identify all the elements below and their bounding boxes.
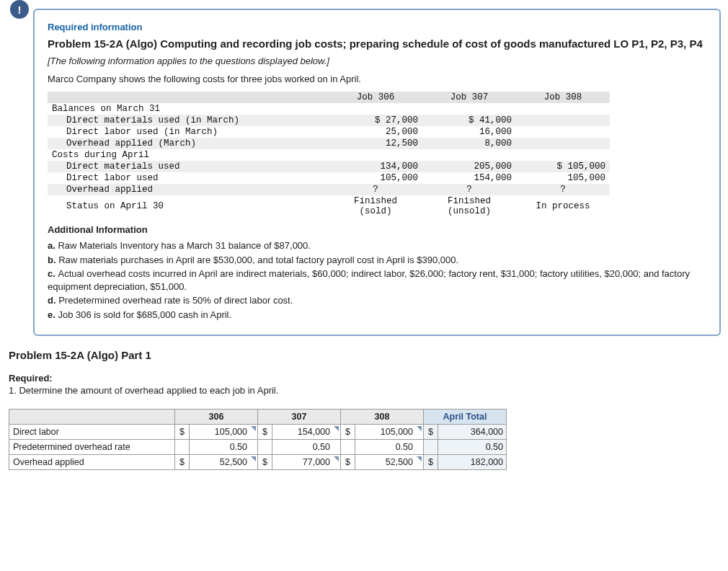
row-label: Direct materials used	[48, 161, 329, 172]
answer-input-cell[interactable]: 0.50	[272, 439, 341, 454]
row-label: Direct labor used (in March)	[48, 126, 329, 138]
row-value: 16,000	[422, 126, 516, 138]
part-title: Problem 15-2A (Algo) Part 1	[9, 349, 721, 361]
row-value: 8,000	[422, 138, 516, 149]
context-note: [The following information applies to th…	[48, 56, 706, 66]
answer-row-label[interactable]: Overhead applied	[9, 454, 175, 469]
currency-symbol: $	[258, 424, 272, 439]
list-item: a. Raw Materials Inventory has a March 3…	[48, 239, 706, 252]
row-value: 105,000	[329, 172, 422, 184]
table-row: Direct materials used134,000205,000$ 105…	[48, 161, 610, 172]
list-item: c. Actual overhead costs incurred in Apr…	[48, 267, 706, 293]
required-instruction: 1. Determine the amount of overhead appl…	[9, 385, 721, 396]
intro-text: Marco Company shows the following costs …	[48, 74, 706, 84]
answer-input-cell[interactable]: 105,000	[190, 424, 258, 439]
row-label: Direct labor used	[48, 172, 329, 184]
table-row: Costs during April	[48, 149, 610, 161]
required-info-block: ! Required information Problem 15-2A (Al…	[33, 9, 721, 336]
required-heading: Required:	[9, 373, 721, 384]
row-value: ?	[329, 184, 422, 195]
row-value: Finished (unsold)	[422, 195, 516, 217]
currency-symbol	[424, 439, 438, 454]
answer-total-cell: 364,000	[438, 424, 507, 439]
row-value: In process	[516, 195, 610, 217]
answer-row-label[interactable]: Direct labor	[9, 424, 175, 439]
item-text: Predetermined overhead rate is 50% of di…	[58, 295, 293, 306]
row-value	[516, 126, 610, 138]
table-row: Balances on March 31	[48, 103, 610, 115]
additional-info-list: a. Raw Materials Inventory has a March 3…	[48, 239, 706, 321]
currency-symbol: $	[424, 424, 438, 439]
item-text: Raw Materials Inventory has a March 31 b…	[58, 240, 310, 251]
additional-info-heading: Additional Information	[48, 224, 706, 235]
answer-header-308: 308	[341, 409, 424, 424]
answer-table: 306 307 308 April Total Direct labor$105…	[9, 409, 507, 470]
row-value	[422, 103, 516, 115]
dropdown-icon[interactable]	[334, 456, 339, 461]
row-value: 12,500	[329, 138, 422, 149]
table-row: Overhead applied (March)12,5008,000	[48, 138, 610, 149]
list-item: d. Predetermined overhead rate is 50% of…	[48, 294, 706, 307]
header-job308: Job 308	[516, 92, 610, 103]
row-value: Finished (sold)	[329, 195, 422, 217]
answer-total-cell: 0.50	[438, 439, 507, 454]
list-item: e. Job 306 is sold for $685,000 cash in …	[48, 309, 706, 322]
row-value: 154,000	[422, 172, 516, 184]
row-value: $ 41,000	[422, 115, 516, 126]
item-text: Job 306 is sold for $685,000 cash in Apr…	[58, 309, 231, 320]
dropdown-icon[interactable]	[251, 426, 256, 431]
answer-input-cell[interactable]: 77,000	[272, 454, 341, 469]
row-value: $ 27,000	[329, 115, 422, 126]
answer-input-cell[interactable]: 0.50	[355, 439, 424, 454]
item-text: Actual overhead costs incurred in April …	[48, 268, 690, 292]
item-text: Raw materials purchases in April are $53…	[58, 254, 458, 265]
currency-symbol: $	[341, 424, 355, 439]
table-row: Status on April 30Finished (sold)Finishe…	[48, 195, 610, 217]
currency-symbol	[175, 439, 190, 454]
row-label: Costs during April	[48, 149, 329, 161]
dropdown-icon[interactable]	[417, 456, 422, 461]
answer-row: Overhead applied$52,500$77,000$52,500$18…	[9, 454, 507, 469]
item-label: c.	[48, 268, 58, 279]
problem-title: Problem 15-2A (Algo) Computing and recor…	[48, 37, 706, 51]
jobs-cost-table: Job 306 Job 307 Job 308 Balances on Marc…	[48, 92, 610, 217]
row-value: $ 105,000	[516, 161, 610, 172]
currency-symbol	[341, 439, 355, 454]
answer-row: Direct labor$105,000$154,000$105,000$364…	[9, 424, 507, 439]
list-item: b. Raw materials purchases in April are …	[48, 254, 706, 267]
answer-input-cell[interactable]: 105,000	[355, 424, 424, 439]
row-value	[516, 149, 610, 161]
dropdown-icon[interactable]	[417, 426, 422, 431]
currency-symbol	[258, 439, 272, 454]
row-label: Status on April 30	[48, 195, 329, 217]
answer-input-cell[interactable]: 154,000	[272, 424, 341, 439]
answer-input-cell[interactable]: 0.50	[190, 439, 258, 454]
row-label: Overhead applied	[48, 184, 329, 195]
answer-input-cell[interactable]: 52,500	[355, 454, 424, 469]
answer-input-cell[interactable]: 52,500	[190, 454, 258, 469]
currency-symbol: $	[258, 454, 272, 469]
row-value: 25,000	[329, 126, 422, 138]
row-value	[516, 103, 610, 115]
answer-header-blank	[9, 409, 175, 424]
answer-total-cell: 182,000	[438, 454, 507, 469]
dropdown-icon[interactable]	[251, 456, 256, 461]
row-value	[516, 115, 610, 126]
row-value	[329, 103, 422, 115]
table-row: Direct labor used105,000154,000105,000	[48, 172, 610, 184]
row-label: Overhead applied (March)	[48, 138, 329, 149]
row-value: ?	[422, 184, 516, 195]
answer-row: Predetermined overhead rate0.500.500.500…	[9, 439, 507, 454]
table-row: Direct materials used (in March)$ 27,000…	[48, 115, 610, 126]
row-value	[329, 149, 422, 161]
row-value: 105,000	[516, 172, 610, 184]
item-label: d.	[48, 295, 58, 306]
row-label: Balances on March 31	[48, 103, 329, 115]
item-label: a.	[48, 240, 58, 251]
answer-row-label[interactable]: Predetermined overhead rate	[9, 439, 175, 454]
row-value	[516, 138, 610, 149]
table-row: Overhead applied???	[48, 184, 610, 195]
dropdown-icon[interactable]	[334, 426, 339, 431]
currency-symbol: $	[341, 454, 355, 469]
answer-header-total: April Total	[424, 409, 507, 424]
